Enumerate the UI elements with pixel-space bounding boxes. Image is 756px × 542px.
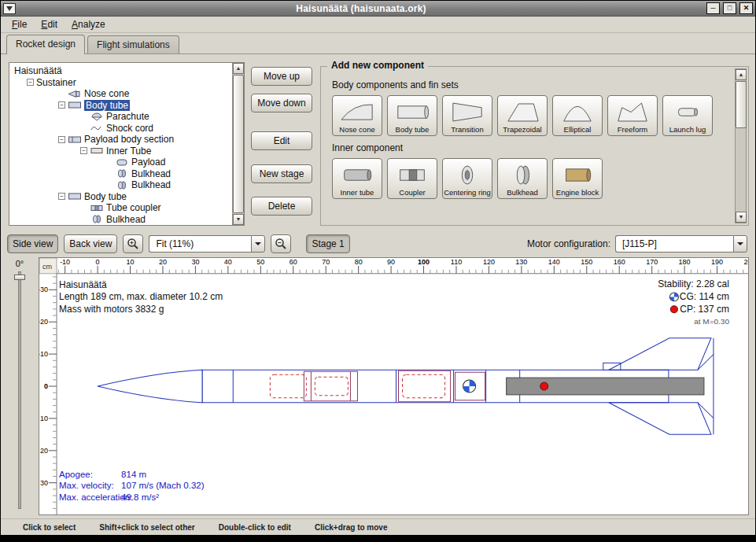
tree-item-payload[interactable]: Payload xyxy=(11,157,232,168)
edit-button[interactable]: Edit xyxy=(251,131,312,150)
tree-item-nose-cone[interactable]: Nose cone xyxy=(11,88,232,100)
menu-analyze[interactable]: Analyze xyxy=(65,17,112,31)
scrollbar-thumb[interactable] xyxy=(736,81,747,128)
svg-text:0: 0 xyxy=(96,258,100,266)
menu-edit[interactable]: Edit xyxy=(35,17,64,31)
zoom-in-button[interactable] xyxy=(123,234,143,253)
add-elliptical-fin-button[interactable]: Elliptical xyxy=(552,95,603,136)
rocket-canvas[interactable]: cm -100102030405060708090100110120130140… xyxy=(39,257,749,515)
tree-actions: Move up Move down Edit New stage Delete xyxy=(251,62,314,226)
collapse-icon[interactable]: − xyxy=(27,79,34,86)
inner-tube-icon xyxy=(340,161,374,189)
collapse-icon[interactable]: − xyxy=(58,193,65,200)
tree-scrollbar[interactable]: ▲ ▼ xyxy=(232,63,244,225)
tree-item-stage[interactable]: −Sustainer xyxy=(11,77,232,89)
side-view-button[interactable]: Side view xyxy=(7,234,58,253)
tab-flight-simulations[interactable]: Flight simulations xyxy=(87,35,179,53)
add-trapezoidal-fin-button[interactable]: Trapezoidal xyxy=(497,95,548,136)
nose-cone-icon xyxy=(68,90,82,98)
add-bulkhead-button[interactable]: Bulkhead xyxy=(497,158,548,199)
scroll-up-icon[interactable]: ▲ xyxy=(736,69,747,80)
rotation-slider[interactable] xyxy=(18,271,21,509)
motor-configuration-select[interactable]: [J115-P] xyxy=(615,235,747,253)
zoom-out-button[interactable] xyxy=(271,234,291,253)
trapezoidal-fin-icon xyxy=(505,98,540,126)
collapse-icon[interactable]: − xyxy=(58,101,65,109)
nose-cone-shape xyxy=(98,370,202,402)
tabstrip: Rocket design Flight simulations xyxy=(1,33,755,54)
svg-text:30: 30 xyxy=(40,479,48,487)
motor-shape xyxy=(507,378,704,395)
coupler-icon xyxy=(395,161,430,189)
svg-text:30: 30 xyxy=(191,258,199,266)
add-component-scrollbar[interactable]: ▲ ▼ xyxy=(735,68,747,223)
rotation-slider-thumb[interactable] xyxy=(14,275,25,280)
statusbar: Click to select Shift+click to select ot… xyxy=(1,518,755,535)
svg-text:120: 120 xyxy=(483,258,495,266)
engine-block-icon xyxy=(560,161,595,189)
move-down-button[interactable]: Move down xyxy=(251,94,312,112)
delete-button[interactable]: Delete xyxy=(251,197,312,216)
new-stage-button[interactable]: New stage xyxy=(251,164,312,183)
tree-item-body-tube[interactable]: − Body tube xyxy=(11,100,232,112)
move-up-button[interactable]: Move up xyxy=(251,67,312,86)
body-tube-icon xyxy=(68,192,82,201)
add-inner-tube-button[interactable]: Inner tube xyxy=(332,158,382,199)
menu-file[interactable]: File xyxy=(6,17,33,31)
tree-item-bulkhead[interactable]: Bulkhead xyxy=(11,179,232,191)
zoom-select[interactable]: Fit (11%) xyxy=(149,235,265,253)
add-engine-block-button[interactable]: Engine block xyxy=(552,158,603,199)
dropdown-arrow-icon[interactable] xyxy=(733,235,747,253)
scrollbar-thumb[interactable] xyxy=(233,75,244,213)
tree-item-rocket[interactable]: Haisunäätä xyxy=(11,65,232,77)
tree-item-bulkhead[interactable]: Bulkhead xyxy=(11,214,232,226)
tab-rocket-design[interactable]: Rocket design xyxy=(6,35,85,54)
shock-cord-icon xyxy=(90,124,104,132)
tree-item-inner-tube[interactable]: − Inner Tube xyxy=(11,146,232,157)
svg-text:-20: -20 xyxy=(39,318,48,326)
svg-text:10: 10 xyxy=(40,415,48,422)
selected-tree-label: Body tube xyxy=(84,100,130,111)
tree-item-tube-coupler[interactable]: Tube coupler xyxy=(11,202,232,214)
motor-configuration-label: Motor configuration: xyxy=(527,238,610,249)
svg-text:20: 20 xyxy=(159,258,167,266)
tree-item-parachute[interactable]: Parachute xyxy=(11,111,232,123)
window-menu-icon[interactable] xyxy=(3,3,16,14)
tree-item-payload-section[interactable]: − Payload body section xyxy=(11,134,232,146)
tree-item-shock-cord[interactable]: Shock cord xyxy=(11,123,232,135)
add-coupler-button[interactable]: Coupler xyxy=(387,158,437,199)
body-tube-icon xyxy=(68,135,82,144)
scroll-up-icon[interactable]: ▲ xyxy=(233,63,244,74)
scroll-down-icon[interactable]: ▼ xyxy=(233,214,244,225)
zoom-out-icon xyxy=(275,238,287,250)
collapse-icon[interactable]: − xyxy=(80,147,87,154)
tree-item-bulkhead[interactable]: Bulkhead xyxy=(11,168,232,180)
add-launch-lug-button[interactable]: Launch lug xyxy=(662,95,713,136)
add-transition-button[interactable]: Transition xyxy=(442,95,492,136)
collapse-icon[interactable]: − xyxy=(58,136,65,143)
back-view-button[interactable]: Back view xyxy=(64,234,117,253)
centering-ring-icon xyxy=(450,161,485,189)
payload-icon xyxy=(115,158,129,167)
horizontal-ruler: -100102030405060708090100110120130140150… xyxy=(58,258,748,274)
titlebar[interactable]: Haisunäätä (haisunaata.ork) ─ □ ✕ xyxy=(1,1,755,17)
add-body-tube-button[interactable]: Body tube xyxy=(387,95,437,136)
dropdown-arrow-icon[interactable] xyxy=(251,235,265,253)
add-centering-ring-button[interactable]: Centering ring xyxy=(442,158,492,199)
add-nose-cone-button[interactable]: Nose cone xyxy=(332,95,382,136)
maximize-button[interactable]: □ xyxy=(723,2,736,14)
parachute-icon xyxy=(90,112,104,121)
motor-configuration-group: Motor configuration: [J115-P] xyxy=(527,235,747,253)
stage1-toggle-button[interactable]: Stage 1 xyxy=(306,234,349,253)
close-button[interactable]: ✕ xyxy=(739,2,753,14)
tree-item-body-tube-aft[interactable]: − Body tube xyxy=(11,191,232,203)
view-toolbar: Side view Back view Fit (11%) Stage 1 Mo… xyxy=(1,230,755,257)
motor-configuration-value: [J115-P] xyxy=(615,235,733,253)
rotation-control: 0° xyxy=(1,257,39,515)
add-freeform-fin-button[interactable]: Freeform xyxy=(607,95,658,136)
upper-fin-shape xyxy=(609,338,711,371)
minimize-button[interactable]: ─ xyxy=(706,2,720,14)
scroll-down-icon[interactable]: ▼ xyxy=(736,212,747,223)
svg-text:80: 80 xyxy=(355,258,363,266)
cg-marker xyxy=(463,380,476,393)
